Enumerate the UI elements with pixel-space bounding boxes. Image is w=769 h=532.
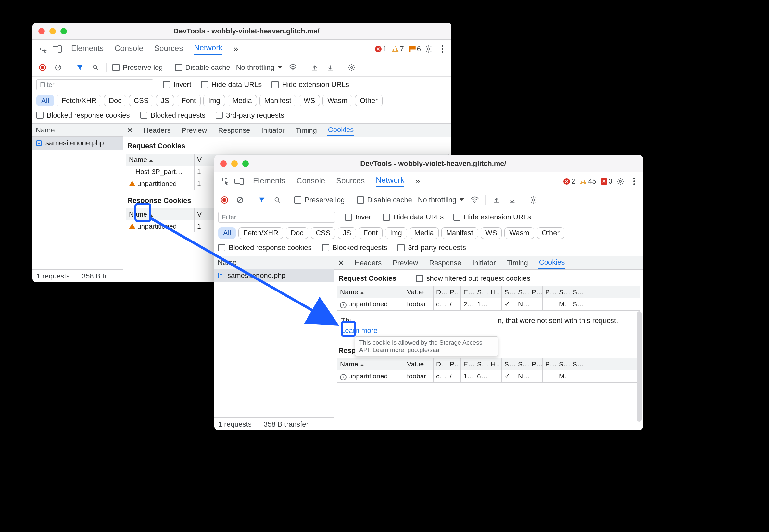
chip-ws[interactable]: WS	[299, 95, 320, 106]
minimize-icon[interactable]	[231, 160, 238, 167]
chip-wasm[interactable]: Wasm	[504, 227, 534, 239]
tab-elements[interactable]: Elements	[71, 44, 104, 54]
issues-count[interactable]: 6	[409, 45, 421, 53]
tab-sources[interactable]: Sources	[336, 176, 365, 187]
settings-icon[interactable]	[614, 176, 626, 187]
tab-initiator[interactable]: Initiator	[260, 125, 285, 136]
tab-preview[interactable]: Preview	[392, 257, 419, 268]
close-icon[interactable]	[220, 160, 227, 167]
tab-sources[interactable]: Sources	[154, 44, 183, 54]
scrollbar[interactable]	[637, 311, 642, 422]
error-count[interactable]: 1	[375, 45, 387, 53]
inspect-element-icon[interactable]	[219, 176, 231, 187]
chip-other[interactable]: Other	[537, 227, 564, 239]
blocked-response-cookies-checkbox[interactable]: Blocked response cookies	[36, 111, 130, 119]
table-header[interactable]: Name Value D. P… E… S… H… S… S… P… P… S……	[337, 358, 640, 370]
minimize-icon[interactable]	[49, 28, 56, 34]
tab-console[interactable]: Console	[115, 44, 143, 54]
chip-ws[interactable]: WS	[481, 227, 502, 239]
table-header[interactable]: Name Value D… P… E… S… H… S… S… P… P… S……	[337, 286, 640, 298]
network-settings-icon[interactable]	[529, 195, 539, 205]
filter-input[interactable]: Filter	[36, 79, 153, 90]
kebab-menu-icon[interactable]	[437, 43, 448, 55]
chip-other[interactable]: Other	[355, 95, 382, 106]
hide-extension-urls-checkbox[interactable]: Hide extension URLs	[453, 213, 531, 221]
preserve-log-checkbox[interactable]: Preserve log	[112, 63, 163, 72]
tab-console[interactable]: Console	[296, 176, 325, 187]
request-row[interactable]: samesitenone.php	[32, 137, 123, 150]
export-har-icon[interactable]	[325, 63, 335, 72]
blocked-requests-checkbox[interactable]: Blocked requests	[140, 111, 205, 119]
tab-response[interactable]: Response	[428, 257, 462, 268]
clear-button[interactable]	[53, 63, 63, 72]
maximize-icon[interactable]	[242, 160, 249, 167]
chip-manifest[interactable]: Manifest	[259, 95, 296, 106]
invert-checkbox[interactable]: Invert	[163, 80, 191, 89]
filter-toggle-icon[interactable]	[75, 63, 85, 72]
chip-font[interactable]: Font	[177, 95, 201, 106]
tab-network[interactable]: Network	[376, 176, 404, 187]
settings-icon[interactable]	[423, 43, 435, 55]
preserve-log-checkbox[interactable]: Preserve log	[294, 196, 345, 204]
chip-font[interactable]: Font	[358, 227, 382, 239]
chip-fetch-xhr[interactable]: Fetch/XHR	[56, 95, 101, 106]
tab-elements[interactable]: Elements	[253, 176, 285, 187]
throttling-select[interactable]: No throttling	[236, 63, 282, 72]
chip-media[interactable]: Media	[410, 227, 439, 239]
more-tabs-icon[interactable]: »	[416, 176, 420, 186]
clear-button[interactable]	[235, 195, 245, 205]
maximize-icon[interactable]	[60, 28, 67, 34]
tab-preview[interactable]: Preview	[181, 125, 207, 136]
tab-timing[interactable]: Timing	[295, 125, 317, 136]
hide-data-urls-checkbox[interactable]: Hide data URLs	[201, 80, 262, 89]
tab-timing[interactable]: Timing	[506, 257, 529, 268]
tab-cookies[interactable]: Cookies	[539, 257, 565, 269]
info-icon[interactable]: i	[340, 374, 346, 380]
warning-count[interactable]: 7	[392, 45, 404, 53]
inspect-element-icon[interactable]	[38, 43, 49, 55]
tab-headers[interactable]: Headers	[143, 125, 171, 136]
window-traffic-lights[interactable]	[220, 160, 249, 167]
status-counts[interactable]: 2 45 ✕3	[564, 177, 613, 186]
network-conditions-icon[interactable]	[470, 195, 480, 205]
close-icon[interactable]	[38, 28, 45, 34]
chip-media[interactable]: Media	[228, 95, 257, 106]
third-party-requests-checkbox[interactable]: 3rd-party requests	[398, 243, 466, 252]
filter-toggle-icon[interactable]	[257, 195, 267, 205]
kebab-menu-icon[interactable]	[628, 176, 640, 187]
chip-all[interactable]: All	[36, 95, 54, 106]
device-toggle-icon[interactable]	[233, 176, 245, 187]
third-party-requests-checkbox[interactable]: 3rd-party requests	[216, 111, 284, 119]
more-tabs-icon[interactable]: »	[233, 44, 238, 54]
search-icon[interactable]	[272, 195, 282, 205]
tab-network[interactable]: Network	[194, 43, 222, 55]
window-traffic-lights[interactable]	[38, 28, 67, 34]
tab-cookies[interactable]: Cookies	[327, 124, 354, 136]
chip-img[interactable]: Img	[385, 227, 407, 239]
close-details-icon[interactable]: ✕	[127, 126, 133, 135]
chip-manifest[interactable]: Manifest	[441, 227, 478, 239]
network-conditions-icon[interactable]	[288, 63, 298, 72]
chip-doc[interactable]: Doc	[104, 95, 126, 106]
chip-css[interactable]: CSS	[129, 95, 153, 106]
search-icon[interactable]	[91, 63, 100, 72]
hide-extension-urls-checkbox[interactable]: Hide extension URLs	[271, 80, 349, 89]
tab-response[interactable]: Response	[217, 125, 251, 136]
record-button[interactable]	[38, 63, 47, 72]
table-row[interactable]: i unpartitioned foobar c… / 1… 6… ✓ N… M…	[337, 370, 640, 382]
chip-img[interactable]: Img	[203, 95, 225, 106]
import-har-icon[interactable]	[310, 63, 319, 72]
status-counts[interactable]: 1 7 6	[375, 45, 421, 53]
chip-js[interactable]: JS	[156, 95, 174, 106]
show-filtered-checkbox[interactable]: show filtered out request cookies	[416, 274, 530, 283]
name-column-header[interactable]: Name	[32, 124, 123, 137]
record-button[interactable]	[219, 195, 229, 205]
throttling-select[interactable]: No throttling	[418, 196, 465, 204]
disable-cache-checkbox[interactable]: Disable cache	[357, 196, 412, 204]
import-har-icon[interactable]	[492, 195, 502, 205]
disable-cache-checkbox[interactable]: Disable cache	[175, 63, 230, 72]
device-toggle-icon[interactable]	[51, 43, 63, 55]
tab-initiator[interactable]: Initiator	[472, 257, 496, 268]
table-row[interactable]: i unpartitioned foobar c… / 2… 1… ✓ N… M…	[337, 298, 640, 310]
hide-data-urls-checkbox[interactable]: Hide data URLs	[383, 213, 444, 221]
